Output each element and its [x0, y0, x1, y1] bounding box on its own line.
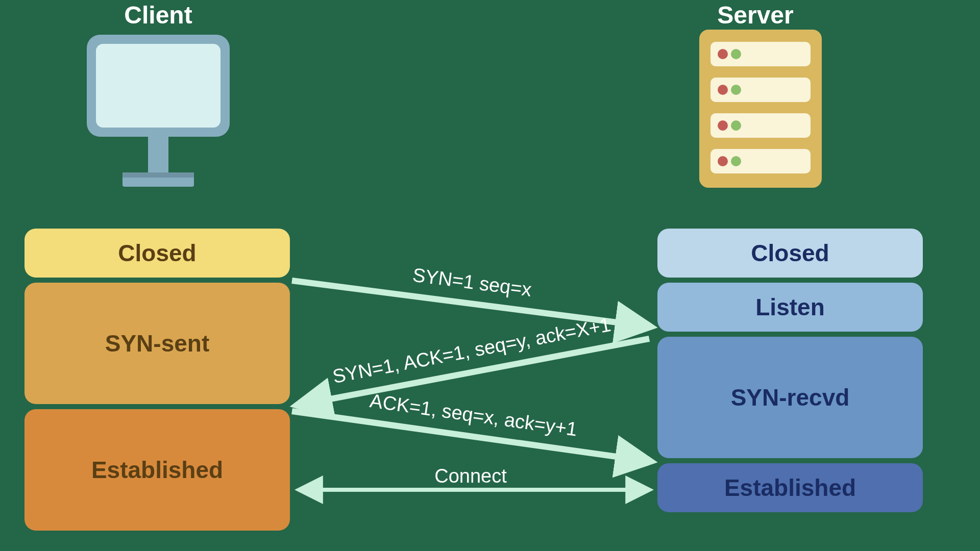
label-syn: SYN=1 seq=x [411, 264, 533, 300]
diagram-stage: Client Server Clos [0, 0, 980, 551]
label-ack: ACK=1, seq=x, ack=y+1 [369, 390, 579, 440]
handshake-arrows: SYN=1 seq=x SYN=1, ACK=1, seq=y, ack=X+1… [0, 0, 980, 551]
label-synack: SYN=1, ACK=1, seq=y, ack=X+1 [331, 314, 612, 387]
label-connect: Connect [434, 465, 507, 487]
